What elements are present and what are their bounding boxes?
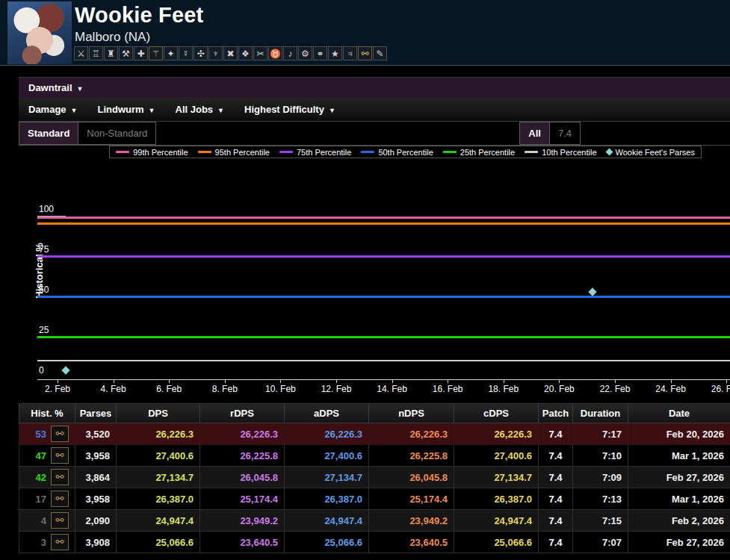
x-tick — [225, 380, 226, 383]
job-icon-8[interactable]: ☿ — [179, 46, 193, 60]
column-header-date[interactable]: Date — [628, 404, 730, 423]
tab-standard[interactable]: Standard — [19, 122, 78, 145]
x-tick — [169, 380, 170, 383]
filter-dropdown-highest-difficulty[interactable]: Highest Difficulty▼ — [244, 104, 346, 115]
percentile-chart: 99th Percentile95th Percentile75th Perce… — [19, 146, 730, 402]
job-icon-13[interactable]: ✂ — [253, 46, 267, 60]
x-tick-label-26-Feb: 26. Feb — [711, 384, 730, 394]
percentile-line-25th-percentile — [37, 336, 730, 338]
filter-dropdown-all-jobs[interactable]: All Jobs▼ — [176, 104, 235, 115]
job-icon-19[interactable]: ♃ — [343, 46, 357, 60]
legend-item-95th-percentile[interactable]: 95th Percentile — [198, 148, 270, 157]
job-icon-3[interactable]: ♜ — [104, 46, 118, 60]
job-icon-2[interactable]: ♖ — [89, 46, 103, 60]
column-header-patch[interactable]: Patch — [539, 404, 573, 423]
rdps-value: 26,045.8 — [200, 467, 285, 488]
adps-value: 27,134.7 — [285, 467, 369, 488]
job-icon-11[interactable]: ✖ — [223, 46, 238, 60]
duration-value: 7:10 — [573, 445, 628, 467]
job-icon-14[interactable]: ♉ — [268, 46, 282, 60]
x-tick-label-6-Feb: 6. Feb — [156, 384, 182, 394]
adps-value: 24,947.4 — [285, 510, 369, 532]
rdps-value: 26,225.8 — [200, 445, 285, 467]
job-icon[interactable]: ⚯ — [51, 491, 69, 507]
job-icon-1[interactable]: ⚔ — [74, 46, 88, 60]
ndps-value: 23,949.2 — [369, 510, 454, 532]
job-icon-17[interactable]: ⚭ — [313, 46, 327, 60]
filter-dropdown-damage[interactable]: Damage▼ — [28, 104, 88, 115]
legend-item-50th-percentile[interactable]: 50th Percentile — [361, 148, 433, 157]
x-tick-label-2-Feb: 2. Feb — [45, 384, 70, 394]
filter-dropdown-lindwurm[interactable]: Lindwurm▼ — [98, 104, 166, 115]
x-axis-line — [37, 379, 730, 380]
legend-item-25th-percentile[interactable]: 25th Percentile — [443, 148, 515, 157]
legend-item-75th-percentile[interactable]: 75th Percentile — [279, 148, 351, 157]
column-header-rdps[interactable]: rDPS — [200, 404, 285, 423]
patch-tabs: All7.4 — [519, 122, 581, 145]
job-icon[interactable]: ⚯ — [51, 469, 69, 485]
legend-swatch — [443, 151, 457, 153]
job-icon-4[interactable]: ⚒ — [119, 46, 133, 60]
job-icon[interactable]: ⚯ — [51, 447, 69, 464]
job-icon[interactable]: ⚯ — [51, 534, 69, 550]
chart-legend: 99th Percentile95th Percentile75th Perce… — [109, 146, 702, 158]
table-row[interactable]: 47⚯3,95827,400.626,225.827,400.626,225.8… — [19, 445, 730, 467]
job-icon-15[interactable]: ♪ — [283, 46, 297, 60]
table-header-row: Hist. %ParsesDPSrDPSaDPSnDPScDPSPatchDur… — [19, 404, 730, 423]
job-icon-12[interactable]: ❖ — [238, 46, 253, 60]
legend-item-99th-percentile[interactable]: 99th Percentile — [116, 148, 188, 157]
job-icon[interactable]: ⚯ — [51, 512, 69, 529]
column-header-ndps[interactable]: nDPS — [369, 404, 454, 423]
filter-label: All Jobs — [176, 104, 214, 115]
column-header-dps[interactable]: DPS — [117, 404, 200, 423]
job-icon[interactable]: ⚯ — [51, 426, 69, 442]
column-header-parses[interactable]: Parses — [75, 404, 117, 423]
parse-point-2[interactable] — [588, 287, 596, 296]
legend-item-10th-percentile[interactable]: 10th Percentile — [525, 148, 596, 157]
x-tick — [392, 380, 393, 383]
x-tick — [504, 380, 504, 383]
job-icon-20[interactable]: ⚯ — [358, 46, 372, 60]
parse-point-1[interactable] — [62, 367, 70, 375]
job-icon-7[interactable]: ✦ — [164, 46, 178, 60]
adps-value: 27,400.6 — [285, 445, 369, 467]
legend-swatch — [279, 151, 293, 153]
x-tick — [615, 380, 616, 383]
job-icon-9[interactable]: ✣ — [194, 46, 208, 60]
legend-item-parses[interactable]: Wookie Feet's Parses — [607, 148, 695, 157]
job-icon-5[interactable]: ✚ — [134, 46, 148, 60]
job-icon-18[interactable]: ★ — [328, 46, 342, 60]
table-row[interactable]: 4⚯2,09024,947.423,949.224,947.423,949.22… — [19, 510, 730, 532]
column-header-adps[interactable]: aDPS — [285, 404, 369, 423]
column-header-duration[interactable]: Duration — [573, 404, 628, 423]
table-row[interactable]: 3⚯3,90825,066.623,640.525,066.623,640.52… — [19, 532, 730, 553]
character-header: Wookie Feet Malboro (NA) ⚔♖♜⚒✚⚚✦☿✣♆✖❖✂♉♪… — [0, 0, 730, 66]
rdps-value: 23,949.2 — [200, 510, 285, 532]
job-icon-6[interactable]: ⚚ — [149, 46, 163, 60]
duration-value: 7:13 — [573, 488, 628, 510]
job-icon-21[interactable]: ✎ — [373, 46, 387, 60]
column-header-cdps[interactable]: cDPS — [454, 404, 539, 423]
tab-7-4[interactable]: 7.4 — [550, 122, 581, 145]
column-header-hist-[interactable]: Hist. % — [19, 404, 75, 423]
x-tick — [114, 380, 114, 383]
tab-non-standard[interactable]: Non-Standard — [78, 122, 156, 145]
dps-value: 26,387.0 — [117, 488, 200, 510]
hist-cell: 42⚯ — [19, 467, 75, 488]
hist-cell: 3⚯ — [19, 532, 75, 553]
x-tick — [58, 380, 58, 383]
job-icon-10[interactable]: ♆ — [208, 46, 223, 60]
x-tick-label-4-Feb: 4. Feb — [101, 384, 126, 394]
adps-value: 26,226.3 — [285, 423, 369, 445]
parses-count: 3,958 — [75, 445, 117, 467]
table-row[interactable]: 42⚯3,86427,134.726,045.827,134.726,045.8… — [19, 467, 730, 488]
tab-all[interactable]: All — [519, 122, 550, 145]
chevron-down-icon: ▼ — [77, 85, 84, 93]
expansion-dropdown[interactable]: Dawntrail — [28, 82, 72, 93]
x-tick-label-12-Feb: 12. Feb — [321, 384, 352, 394]
table-row[interactable]: 53⚯3,52026,226.326,226.326,226.326,226.3… — [19, 423, 730, 445]
ndps-value: 23,640.5 — [369, 532, 454, 553]
job-icon-16[interactable]: ⚙ — [298, 46, 312, 60]
table-row[interactable]: 17⚯3,95826,387.025,174.426,387.025,174.4… — [19, 488, 730, 510]
parses-count: 3,908 — [75, 532, 117, 553]
